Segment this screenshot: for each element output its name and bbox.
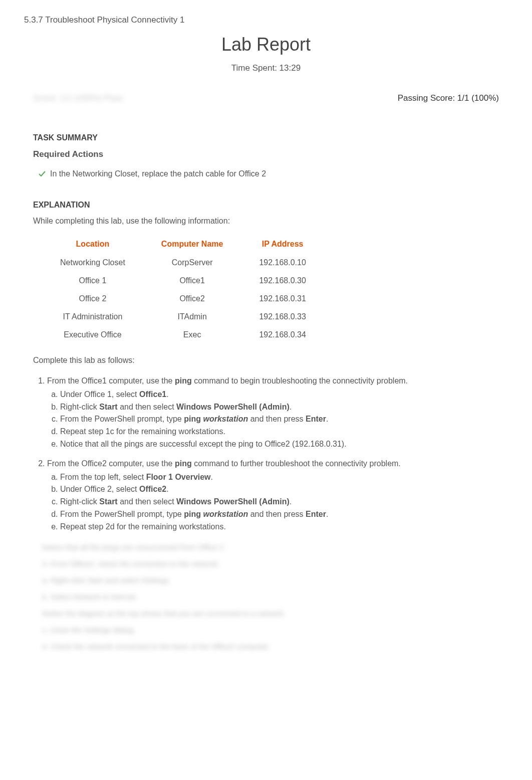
table-cell: IT Administration — [42, 308, 143, 326]
sub-step-item: Repeat step 2d for the remaining worksta… — [60, 521, 508, 533]
table-row: Networking ClosetCorpServer192.168.0.10 — [42, 254, 324, 272]
table-row: IT AdministrationITAdmin192.168.0.33 — [42, 308, 324, 326]
blurred-content: Notice that all the pings are unsuccessf… — [24, 540, 508, 653]
th-location: Location — [42, 235, 143, 254]
score-blurred: Score: 1/1 (100%) Pass — [33, 93, 123, 103]
time-spent: Time Spent: 13:29 — [24, 63, 508, 73]
check-icon — [38, 170, 46, 178]
complete-text: Complete this lab as follows: — [24, 356, 508, 365]
sub-step-item: Right-click Start and then select Window… — [60, 401, 508, 414]
table-row: Office 1Office1192.168.0.30 — [42, 272, 324, 290]
task-summary-heading: TASK SUMMARY — [24, 133, 508, 142]
table-cell: 192.168.0.34 — [241, 326, 324, 344]
page-title: 5.3.7 Troubleshoot Physical Connectivity… — [24, 15, 508, 25]
required-actions-heading: Required Actions — [24, 149, 508, 159]
sub-steps-list: Under Office 1, select Office1.Right-cli… — [47, 388, 508, 451]
sub-step-item: Under Office 2, select Office2. — [60, 483, 508, 496]
table-cell: CorpServer — [143, 254, 241, 272]
table-cell: Office1 — [143, 272, 241, 290]
table-cell: 192.168.0.31 — [241, 290, 324, 308]
main-steps-list: From the Office1 computer, use the ping … — [24, 375, 508, 533]
sub-step-item: Notice that all the pings are successful… — [60, 438, 508, 451]
sub-step-item: Repeat step 1c for the remaining worksta… — [60, 426, 508, 438]
lab-report-heading: Lab Report — [24, 34, 508, 55]
table-cell: 192.168.0.10 — [241, 254, 324, 272]
sub-step-item: From the top left, select Floor 1 Overvi… — [60, 471, 508, 484]
required-action-text: In the Networking Closet, replace the pa… — [50, 169, 266, 178]
sub-steps-list: From the top left, select Floor 1 Overvi… — [47, 471, 508, 533]
table-cell: Office2 — [143, 290, 241, 308]
table-cell: 192.168.0.30 — [241, 272, 324, 290]
score-row: Score: 1/1 (100%) Pass Passing Score: 1/… — [24, 93, 508, 103]
table-cell: Executive Office — [42, 326, 143, 344]
table-cell: 192.168.0.33 — [241, 308, 324, 326]
step-item: From the Office1 computer, use the ping … — [47, 375, 508, 451]
table-cell: Office 2 — [42, 290, 143, 308]
step-item: From the Office2 computer, use the ping … — [47, 458, 508, 533]
sub-step-item: From the PowerShell prompt, type ping wo… — [60, 413, 508, 426]
sub-step-item: From the PowerShell prompt, type ping wo… — [60, 508, 508, 521]
explanation-intro: While completing this lab, use the follo… — [24, 217, 508, 226]
info-table: Location Computer Name IP Address Networ… — [42, 235, 324, 344]
table-cell: Networking Closet — [42, 254, 143, 272]
th-ip-address: IP Address — [241, 235, 324, 254]
required-action-row: In the Networking Closet, replace the pa… — [24, 167, 508, 180]
table-cell: Exec — [143, 326, 241, 344]
passing-score: Passing Score: 1/1 (100%) — [398, 93, 499, 103]
table-cell: Office 1 — [42, 272, 143, 290]
sub-step-item: Under Office 1, select Office1. — [60, 388, 508, 401]
explanation-heading: EXPLANATION — [24, 201, 508, 210]
table-row: Executive OfficeExec192.168.0.34 — [42, 326, 324, 344]
sub-step-item: Right-click Start and then select Window… — [60, 496, 508, 508]
table-cell: ITAdmin — [143, 308, 241, 326]
th-computer-name: Computer Name — [143, 235, 241, 254]
table-row: Office 2Office2192.168.0.31 — [42, 290, 324, 308]
